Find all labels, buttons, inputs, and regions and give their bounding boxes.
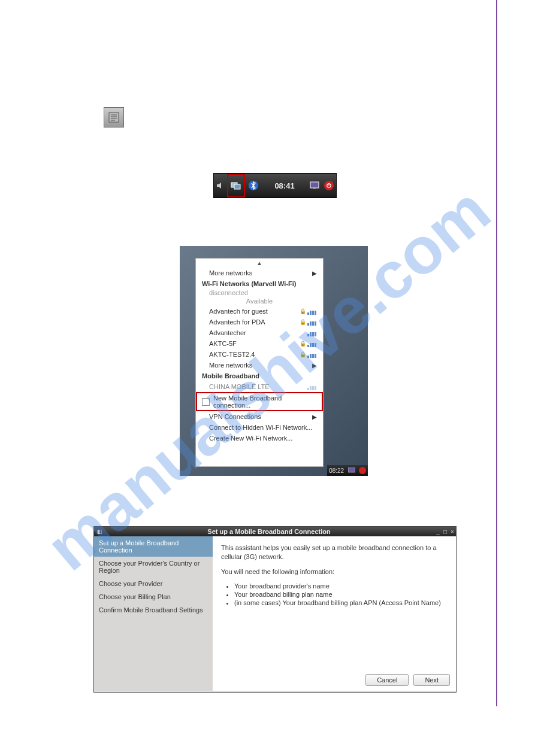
network-icon[interactable]: [227, 174, 245, 198]
lock-icon: [300, 318, 317, 326]
wizard-bullet-list: Your broadband provider's name Your broa…: [234, 582, 448, 606]
svg-rect-0: [109, 113, 119, 122]
wifi-ssid: Advantech for PDA: [209, 318, 265, 326]
signal-icon: [307, 351, 317, 358]
next-button[interactable]: Next: [413, 674, 450, 686]
wizard-main-pane: This assistant helps you easily set up a…: [213, 536, 456, 691]
mbb-wizard-dialog: ◧ Set up a Mobile Broadband Connection _…: [93, 526, 457, 693]
minimize-button[interactable]: _: [434, 529, 442, 535]
signal-icon: [307, 383, 317, 390]
carrier-label: CHINA MOBILE LTE: [209, 383, 270, 390]
wifi-ssid: Advantecher: [209, 329, 246, 336]
close-button[interactable]: ×: [449, 529, 456, 535]
wizard-bullet: Your broadband provider's name: [234, 582, 448, 590]
wizard-need-text: You will need the following information:: [221, 567, 448, 576]
available-divider: Available: [196, 296, 323, 306]
power-icon: [359, 467, 366, 474]
monitor-icon: [307, 174, 322, 198]
tray-clock: 08:41: [262, 174, 307, 198]
lock-icon: [300, 351, 317, 358]
volume-icon: [214, 174, 227, 198]
wifi-status: disconnected: [196, 289, 323, 296]
menu-item-new-mbb-connection[interactable]: New Mobile Broadband connection...: [196, 392, 323, 411]
svg-rect-7: [234, 184, 240, 189]
wifi-network-2[interactable]: Advantecher: [196, 327, 323, 338]
maximize-button[interactable]: □: [442, 529, 449, 535]
wifi-network-3[interactable]: AKTC-5F: [196, 338, 323, 349]
wizard-intro-text: This assistant helps you easily set up a…: [221, 544, 448, 561]
network-context-menu: ▲ More networks▶ Wi-Fi Networks (Marvell…: [195, 258, 324, 467]
signal-icon: [307, 329, 317, 336]
dialog-titlebar: ◧ Set up a Mobile Broadband Connection _…: [94, 527, 456, 536]
svg-rect-10: [313, 188, 316, 189]
menu-label: More networks: [209, 362, 252, 369]
app-icon: ◧: [95, 527, 104, 536]
wizard-step-1[interactable]: Choose your Provider's Country or Region: [94, 557, 213, 577]
menu-item-hidden-wifi[interactable]: Connect to Hidden Wi-Fi Network...: [196, 422, 323, 433]
wifi-header: Wi-Fi Networks (Marvell Wi-Fi): [196, 278, 323, 289]
chevron-right-icon: ▶: [312, 270, 317, 277]
bluetooth-icon: [245, 174, 262, 198]
wifi-ssid: AKTC-TEST2.4: [209, 351, 255, 358]
wizard-bullet: Your broadband billing plan name: [234, 591, 448, 598]
wizard-steps-sidebar: Set up a Mobile Broadband Connection Cho…: [94, 536, 213, 691]
network-menu-screenshot: ▲ More networks▶ Wi-Fi Networks (Marvell…: [180, 246, 368, 476]
lock-icon: [300, 308, 317, 315]
wizard-bullet: (in some cases) Your broadband billing p…: [234, 599, 448, 606]
menu-label: VPN Connections: [209, 413, 261, 420]
wizard-step-2[interactable]: Choose your Provider: [94, 577, 213, 590]
wizard-step-4[interactable]: Confirm Mobile Broadband Settings: [94, 603, 213, 617]
wizard-step-0[interactable]: Set up a Mobile Broadband Connection: [94, 536, 213, 557]
svg-marker-5: [217, 183, 221, 189]
menu-label: New Mobile Broadband connection...: [213, 394, 317, 409]
page-right-border: [496, 0, 497, 706]
signal-icon: [307, 308, 317, 315]
chevron-right-icon: ▶: [312, 414, 317, 420]
chevron-right-icon: ▶: [312, 362, 317, 369]
menu-item-vpn[interactable]: VPN Connections▶: [196, 411, 323, 422]
wifi-ssid: AKTC-5F: [209, 340, 237, 347]
lock-icon: [300, 340, 317, 347]
wifi-network-1[interactable]: Advantech for PDA: [196, 317, 323, 327]
mobile-broadband-header: Mobile Broadband: [196, 371, 323, 381]
mini-tray: 08:22: [327, 465, 368, 476]
wifi-ssid: Advantech for guest: [209, 308, 268, 315]
menu-up-arrow-icon: ▲: [196, 259, 323, 268]
mbb-carrier[interactable]: CHINA MOBILE LTE: [196, 381, 323, 392]
cancel-button[interactable]: Cancel: [365, 674, 409, 686]
note-icon: [104, 107, 124, 127]
signal-icon: [307, 340, 317, 347]
power-icon: [322, 174, 336, 198]
checkbox-icon: [202, 398, 210, 406]
menu-item-more-networks-1[interactable]: More networks▶: [196, 268, 323, 278]
system-tray-screenshot-1: 08:41: [213, 173, 337, 198]
signal-icon: [307, 318, 317, 326]
menu-item-more-networks-2[interactable]: More networks▶: [196, 360, 323, 371]
menu-label: More networks: [209, 269, 252, 277]
dialog-title: Set up a Mobile Broadband Connection: [104, 528, 434, 535]
monitor-icon: [348, 467, 355, 473]
wifi-network-4[interactable]: AKTC-TEST2.4: [196, 349, 323, 360]
wizard-step-3[interactable]: Choose your Billing Plan: [94, 590, 213, 603]
tray-clock-2: 08:22: [329, 467, 344, 474]
wifi-network-0[interactable]: Advantech for guest: [196, 306, 323, 317]
svg-rect-9: [310, 182, 319, 188]
menu-item-create-wifi[interactable]: Create New Wi-Fi Network...: [196, 433, 323, 444]
svg-rect-13: [348, 467, 355, 472]
